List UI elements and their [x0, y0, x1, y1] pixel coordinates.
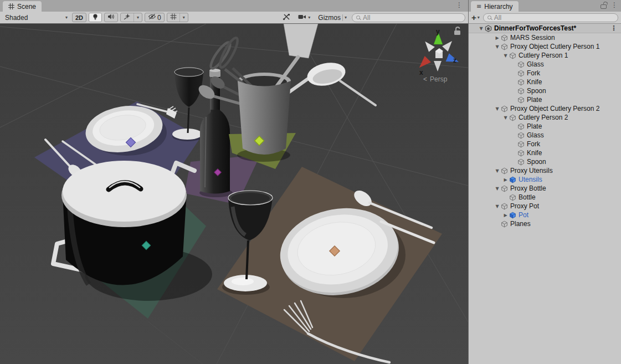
hierarchy-tab-label: Hierarchy — [484, 3, 512, 11]
scene-search-field[interactable] — [352, 13, 465, 22]
foldout-expanded-icon[interactable]: ▼ — [494, 204, 501, 209]
tab-scene[interactable]: Scene — [3, 1, 42, 12]
scene-viewport-canvas[interactable]: y x z < Persp — [0, 24, 468, 364]
hierarchy-item-label: Cutlery Person 1 — [519, 52, 568, 59]
scene-effects-button[interactable] — [121, 13, 134, 22]
scene-tabstrip: Scene ⋮ — [0, 0, 468, 12]
hierarchy-item-proxy-object-cutlery-person-2[interactable]: ▼Proxy Object Cutlery Person 2 — [469, 104, 621, 113]
hierarchy-item-label: Cutlery Person 2 — [519, 114, 568, 121]
utensil-cup[interactable] — [238, 81, 291, 155]
shading-mode-dropdown[interactable]: Shaded ▾ — [3, 14, 70, 22]
scene-toolbar: Shaded ▾ 2D — [0, 12, 468, 24]
gameobject-cube-icon — [517, 158, 525, 166]
hierarchy-item-plate[interactable]: Plate — [469, 122, 621, 131]
hierarchy-item-proxy-bottle[interactable]: ▼Proxy Bottle — [469, 184, 621, 193]
hierarchy-item-fork[interactable]: Fork — [469, 69, 621, 78]
scene-camera-button[interactable]: ▾ — [295, 13, 313, 22]
hierarchy-item-bottle[interactable]: Bottle — [469, 193, 621, 202]
hierarchy-item-mars-session[interactable]: ▶MARS Session — [469, 33, 621, 42]
gameobject-cube-icon — [509, 114, 517, 121]
hierarchy-item-proxy-utensils[interactable]: ▼Proxy Utensils — [469, 166, 621, 175]
foldout-expanded-icon[interactable]: ▼ — [494, 168, 501, 173]
scene-root-row[interactable]: ▼ DinnerForTwoForcesTest* ⋮ — [469, 24, 621, 33]
gameobject-cube-icon — [501, 34, 509, 42]
effects-dropdown-button[interactable]: ▾ — [134, 13, 142, 22]
effects-star-icon — [124, 13, 131, 22]
hierarchy-item-label: Fork — [527, 140, 540, 148]
hierarchy-search-field[interactable] — [483, 13, 618, 22]
scene-root-kebab-icon[interactable]: ⋮ — [610, 25, 617, 32]
foldout-collapsed-icon[interactable]: ▶ — [494, 35, 501, 40]
plus-icon: + — [471, 13, 476, 22]
hierarchy-item-label: MARS Session — [510, 34, 555, 42]
hierarchy-item-spoon[interactable]: Spoon — [469, 157, 621, 166]
chevron-down-icon: ▾ — [308, 15, 310, 20]
hierarchy-item-plate[interactable]: Plate — [469, 95, 621, 104]
gizmos-dropdown[interactable]: Gizmos ▾ — [315, 13, 350, 22]
axis-label-x: x — [419, 69, 423, 76]
tab-hierarchy[interactable]: ≡ Hierarchy — [471, 1, 519, 12]
gameobject-cube-icon — [517, 96, 525, 104]
create-object-button[interactable]: + ▾ — [471, 13, 480, 22]
hierarchy-item-cutlery-person-2[interactable]: ▼Cutlery Person 2 — [469, 113, 621, 122]
hierarchy-item-planes[interactable]: Planes — [469, 219, 621, 228]
scene-lighting-button[interactable] — [89, 13, 101, 22]
hierarchy-item-label: Glass — [527, 131, 544, 139]
prefab-icon — [509, 176, 517, 183]
hierarchy-item-label: Spoon — [527, 158, 546, 166]
foldout-expanded-icon[interactable]: ▼ — [494, 186, 501, 191]
hierarchy-item-knife[interactable]: Knife — [469, 78, 621, 86]
list-icon: ≡ — [476, 3, 481, 10]
scene-audio-button[interactable] — [105, 13, 117, 22]
axis-label-y: y — [436, 28, 440, 35]
projection-label[interactable]: Persp — [430, 75, 448, 83]
foldout-expanded-icon[interactable]: ▼ — [502, 53, 509, 58]
2d-label: 2D — [75, 14, 83, 21]
chevron-down-icon: ▾ — [345, 15, 347, 20]
hierarchy-item-pot[interactable]: ▶Pot — [469, 211, 621, 219]
foldout-expanded-icon[interactable]: ▼ — [494, 106, 501, 111]
hierarchy-item-knife[interactable]: Knife — [469, 148, 621, 157]
gameobject-cube-icon — [509, 194, 517, 201]
hierarchy-item-proxy-pot[interactable]: ▼Proxy Pot — [469, 202, 621, 211]
scene-grid-button[interactable] — [167, 13, 179, 22]
grid-dropdown-button[interactable]: ▾ — [179, 13, 188, 22]
hierarchy-item-fork[interactable]: Fork — [469, 140, 621, 148]
hierarchy-item-spoon[interactable]: Spoon — [469, 86, 621, 95]
hierarchy-item-label: Plate — [527, 96, 542, 104]
hierarchy-tabstrip: ≡ Hierarchy ⋮ — [469, 0, 621, 12]
hierarchy-menu-kebab-icon[interactable]: ⋮ — [611, 2, 618, 8]
scene-menu-kebab-icon[interactable]: ⋮ — [456, 2, 463, 8]
hierarchy-item-utensils[interactable]: ▶Utensils — [469, 175, 621, 184]
grid-icon — [8, 3, 14, 9]
foldout-expanded-icon[interactable]: ▼ — [494, 44, 501, 49]
gameobject-cube-icon — [501, 221, 509, 228]
component-tools-button[interactable] — [280, 13, 293, 22]
hierarchy-item-label: Utensils — [519, 176, 542, 183]
speaker-icon — [107, 13, 115, 22]
camera-icon — [298, 14, 306, 22]
scene-viewport[interactable]: y x z < Persp — [0, 24, 468, 364]
search-icon — [356, 16, 360, 19]
hierarchy-item-label: Knife — [527, 78, 542, 86]
lock-open-icon[interactable] — [601, 4, 607, 9]
hierarchy-item-proxy-object-cutlery-person-1[interactable]: ▼Proxy Object Cutlery Person 1 — [469, 42, 621, 51]
gameobject-cube-icon — [517, 79, 525, 86]
foldout-collapsed-icon[interactable]: ▶ — [502, 213, 509, 218]
divider — [342, 14, 343, 21]
axis-label-z: z — [453, 57, 456, 64]
foldout-expanded-icon[interactable]: ▼ — [502, 115, 509, 120]
gameobject-cube-icon — [517, 132, 525, 139]
hierarchy-item-cutlery-person-1[interactable]: ▼Cutlery Person 1 — [469, 51, 621, 60]
toggle-2d-button[interactable]: 2D — [73, 13, 86, 22]
hierarchy-item-label: Planes — [510, 220, 531, 228]
foldout-expanded-icon[interactable]: ▼ — [478, 26, 485, 31]
scene-visibility-button[interactable]: 0 — [145, 13, 164, 22]
hierarchy-search-input[interactable] — [494, 14, 614, 22]
scene-search-input[interactable] — [363, 14, 461, 22]
hierarchy-item-glass[interactable]: Glass — [469, 60, 621, 69]
hierarchy-item-glass[interactable]: Glass — [469, 131, 621, 140]
foldout-collapsed-icon[interactable]: ▶ — [502, 177, 509, 182]
unity-scene-icon — [485, 25, 492, 32]
hierarchy-tree: ▶MARS Session▼Proxy Object Cutlery Perso… — [469, 33, 621, 228]
